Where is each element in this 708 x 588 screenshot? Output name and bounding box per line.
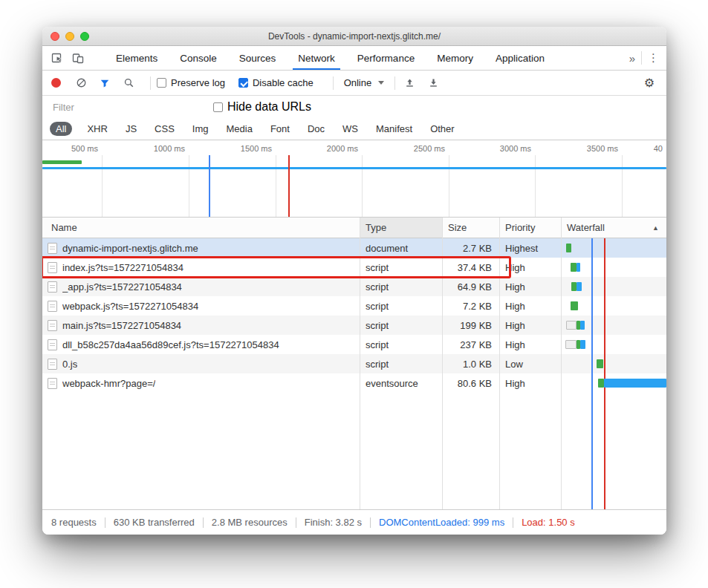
settings-gear-icon[interactable]: ⚙ (641, 75, 657, 91)
search-icon[interactable] (120, 75, 137, 91)
table-row[interactable]: main.js?ts=1572271054834 script 199 KB H… (42, 316, 666, 335)
request-size: 80.6 KB (442, 373, 499, 393)
waterfall-bar-green (598, 379, 603, 388)
name-cell: dynamic-import-nextjs.glitch.me (42, 238, 360, 258)
tab-elements[interactable]: Elements (105, 46, 169, 70)
status-separator (203, 517, 204, 528)
name-cell: 0.js (42, 354, 360, 373)
request-size: 237 KB (442, 335, 499, 354)
type-filter-bar: AllXHRJSCSSImgMediaFontDocWSManifestOthe… (42, 118, 666, 140)
close-button[interactable] (51, 32, 59, 41)
timeline-overview-pane[interactable]: 500 ms1000 ms1500 ms2000 ms2500 ms3000 m… (42, 140, 666, 218)
type-filter-media[interactable]: Media (223, 122, 255, 136)
requests-table: Name Type Size Priority Waterfall ▲ dyna… (42, 218, 666, 509)
table-row[interactable]: dll_b58c257da4aa56d89cef.js?ts=157227105… (42, 335, 666, 354)
type-filter-manifest[interactable]: Manifest (373, 122, 415, 136)
table-row[interactable]: dynamic-import-nextjs.glitch.me document… (42, 238, 666, 258)
chevron-down-icon (378, 81, 384, 85)
type-filter-js[interactable]: JS (123, 122, 140, 136)
titlebar[interactable]: DevTools - dynamic-import-nextjs.glitch.… (42, 27, 666, 46)
devtools-menu-icon[interactable]: ⋮ (648, 51, 659, 65)
request-type: eventsource (360, 373, 442, 393)
record-button[interactable] (51, 78, 61, 88)
column-header-waterfall[interactable]: Waterfall ▲ (561, 218, 666, 238)
sort-arrow-icon: ▲ (652, 224, 659, 232)
request-size: 1.0 KB (442, 354, 499, 373)
file-icon (48, 243, 57, 254)
timeline-tick-label: 1500 ms (241, 144, 272, 153)
name-cell: main.js?ts=1572271054834 (42, 316, 360, 335)
waterfall-bar-blue (580, 340, 585, 349)
table-row[interactable]: _app.js?ts=1572271054834 script 64.9 KB … (42, 277, 666, 296)
timeline-tick-label: 40 (654, 144, 663, 153)
status-separator (513, 517, 513, 528)
tab-memory[interactable]: Memory (426, 46, 484, 70)
request-size: 7.2 KB (442, 296, 499, 316)
status-item: 630 KB transferred (114, 517, 195, 528)
timeline-tick-label: 2500 ms (414, 144, 445, 153)
waterfall-bar-gray (565, 340, 576, 349)
request-name: webpack-hmr?page=/ (62, 378, 155, 389)
table-row[interactable]: webpack-hmr?page=/ eventsource 80.6 KB H… (42, 373, 666, 393)
timeline-gridline (622, 155, 623, 217)
filter-icon[interactable] (97, 75, 113, 91)
overview-dcl-line (209, 155, 210, 217)
request-size: 2.7 KB (442, 238, 499, 258)
filter-input[interactable] (53, 102, 194, 113)
table-row[interactable]: index.js?ts=1572271054834 script 37.4 KB… (42, 258, 666, 277)
table-row[interactable]: webpack.js?ts=1572271054834 script 7.2 K… (42, 296, 666, 316)
tab-performance[interactable]: Performance (346, 46, 426, 70)
column-header-size[interactable]: Size (442, 218, 499, 238)
tab-sources[interactable]: Sources (228, 46, 288, 70)
hide-data-urls-checkbox[interactable]: Hide data URLs (213, 100, 311, 114)
request-priority: High (499, 316, 561, 335)
request-type: script (360, 258, 442, 277)
request-priority: Low (499, 354, 561, 373)
disable-cache-checkbox[interactable]: Disable cache (238, 77, 314, 88)
inspect-element-icon[interactable] (47, 46, 68, 70)
type-filter-xhr[interactable]: XHR (84, 122, 110, 136)
column-header-priority[interactable]: Priority (499, 218, 561, 238)
name-cell: webpack.js?ts=1572271054834 (42, 296, 360, 316)
status-bar: 8 requests630 KB transferred2.8 MB resou… (42, 509, 666, 535)
type-filter-all[interactable]: All (50, 122, 72, 136)
column-header-type[interactable]: Type (360, 218, 442, 238)
type-filter-css[interactable]: CSS (152, 122, 178, 136)
status-load: Load: 1.50 s (522, 517, 575, 528)
overview-load-line (288, 155, 290, 217)
throttling-dropdown[interactable]: Online (344, 77, 385, 88)
table-row[interactable]: 0.js script 1.0 KB Low (42, 354, 666, 373)
toolbar-separator (150, 76, 151, 90)
column-separator (499, 218, 500, 509)
more-tabs-chevron-icon[interactable]: » (629, 52, 635, 65)
load-guide-line (604, 238, 605, 509)
type-filter-other[interactable]: Other (427, 122, 458, 136)
type-filter-font[interactable]: Font (267, 122, 293, 136)
tab-application[interactable]: Application (484, 46, 556, 70)
timeline-tick-label: 3000 ms (500, 144, 531, 153)
tab-console[interactable]: Console (169, 46, 228, 70)
timeline-tick-label: 1000 ms (154, 144, 185, 153)
file-icon (48, 339, 57, 350)
name-cell: dll_b58c257da4aa56d89cef.js?ts=157227105… (42, 335, 360, 354)
column-separator (561, 218, 562, 509)
toolbar-separator (333, 76, 334, 90)
type-filter-ws[interactable]: WS (340, 122, 361, 136)
export-har-icon[interactable] (425, 75, 441, 91)
type-filter-img[interactable]: Img (189, 122, 212, 136)
timeline-tick-label: 500 ms (71, 144, 98, 153)
timeline-overview (42, 155, 666, 217)
minimize-button[interactable] (65, 32, 74, 41)
type-filter-doc[interactable]: Doc (305, 122, 328, 136)
import-har-icon[interactable] (401, 75, 418, 91)
name-cell: index.js?ts=1572271054834 (42, 258, 360, 277)
column-header-name[interactable]: Name (42, 218, 360, 238)
waterfall-bar-blue (580, 321, 585, 330)
device-toolbar-icon[interactable] (68, 46, 88, 70)
clear-icon[interactable] (73, 75, 89, 91)
preserve-log-checkbox[interactable]: Preserve log (157, 77, 225, 88)
checkbox-box (157, 78, 166, 88)
zoom-button[interactable] (80, 32, 89, 41)
tab-network[interactable]: Network (287, 46, 346, 70)
status-dcl: DOMContentLoaded: 999 ms (379, 517, 504, 528)
